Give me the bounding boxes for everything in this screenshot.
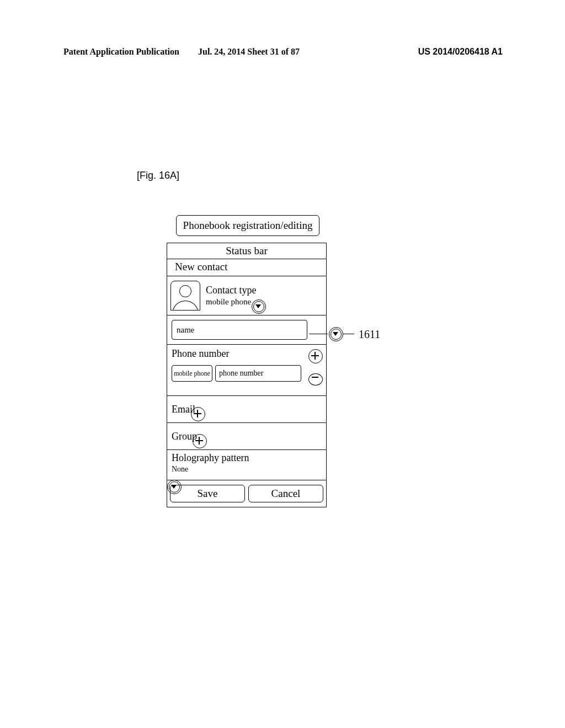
holography-row: Holography pattern None (167, 450, 326, 480)
name-row: name (167, 315, 326, 345)
email-row: Email (167, 396, 326, 423)
status-bar: Status bar (167, 243, 326, 259)
plus-icon[interactable] (191, 407, 204, 420)
callout-line (309, 334, 328, 334)
callout-line (343, 334, 354, 334)
device-frame: Status bar New contact Contact type mobi… (167, 243, 327, 507)
button-row: Save Cancel (167, 480, 326, 507)
name-input[interactable]: name (172, 320, 307, 340)
title-tab: Phonebook registration/editing (176, 215, 319, 236)
phone-type-select[interactable]: mobile phone (172, 365, 212, 382)
chevron-down-icon[interactable] (329, 327, 342, 340)
title-tab-text: Phonebook registration/editing (183, 220, 313, 232)
figure-label: [Fig. 16A] (137, 170, 179, 181)
plus-icon[interactable] (308, 349, 322, 362)
header-right: US 2014/0206418 A1 (418, 47, 503, 57)
holography-label: Holography pattern (172, 452, 322, 464)
phone-number-placeholder: phone number (219, 369, 263, 378)
group-row: Group (167, 423, 326, 450)
plus-icon[interactable] (193, 434, 206, 447)
cancel-button[interactable]: Cancel (248, 485, 323, 502)
phone-number-label: Phone number (172, 348, 322, 360)
name-placeholder: name (177, 325, 194, 335)
callout-1611: 1611 (359, 328, 380, 341)
chevron-down-icon[interactable] (252, 299, 265, 313)
header-left: Patent Application Publication (63, 47, 179, 57)
contact-type-row: Contact type mobile phone (167, 276, 326, 315)
phone-section: Phone number mobile phone phone number (167, 345, 326, 396)
save-button-label: Save (198, 488, 218, 500)
holography-value: None (172, 465, 322, 474)
new-contact-text: New contact (175, 261, 227, 272)
avatar-icon[interactable] (170, 281, 200, 311)
minus-icon[interactable] (308, 372, 322, 386)
page-header: Patent Application Publication Jul. 24, … (0, 47, 565, 63)
new-contact-header: New contact (167, 259, 326, 276)
contact-type-label: Contact type (206, 285, 256, 296)
status-bar-text: Status bar (226, 245, 267, 257)
phone-number-input[interactable]: phone number (215, 365, 301, 382)
save-button[interactable]: Save (170, 485, 245, 502)
figure: Phonebook registration/editing Status ba… (167, 215, 326, 507)
cancel-button-label: Cancel (271, 488, 301, 500)
header-middle: Jul. 24, 2014 Sheet 31 of 87 (198, 47, 300, 57)
contact-type-value: mobile phone (206, 297, 256, 307)
phone-type-value: mobile phone (174, 370, 210, 378)
